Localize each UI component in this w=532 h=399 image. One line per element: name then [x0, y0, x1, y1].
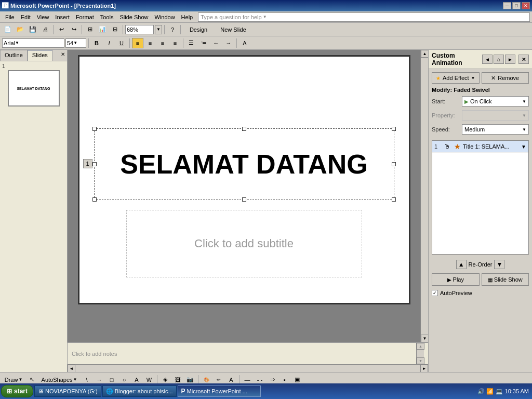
align-left-button[interactable]: ≡ — [132, 38, 143, 48]
reorder-down-button[interactable]: ▼ — [494, 260, 504, 269]
slide-thumbnail-text: SELAMAT DATANG — [17, 87, 50, 90]
align-center-button[interactable]: ≡ — [144, 38, 156, 48]
hscroll-left[interactable]: ◄ — [68, 365, 75, 372]
font-dropdown[interactable]: ▼ — [15, 41, 19, 45]
menu-view[interactable]: View — [34, 13, 52, 21]
add-effect-button[interactable]: ★ Add Effect ▼ — [432, 72, 480, 84]
speed-dropdown-arrow[interactable]: ▼ — [522, 127, 526, 132]
panel-close-button[interactable]: ✕ — [59, 50, 67, 61]
notes-scroll-down[interactable]: ▼ — [417, 357, 424, 364]
menu-tools[interactable]: Tools — [97, 13, 117, 21]
draw-dropdown-arrow[interactable]: ▼ — [18, 377, 22, 382]
property-selector[interactable]: ▼ — [462, 110, 529, 121]
menu-format[interactable]: Format — [73, 13, 97, 21]
table-border-button[interactable]: ⊟ — [109, 24, 121, 35]
taskbar-powerpoint[interactable]: P Microsoft PowerPoint ... — [178, 385, 261, 397]
slide-area: 1 SELAMAT DATANG Click to add subtitle — [68, 50, 420, 342]
new-slide-button[interactable]: New Slide — [215, 24, 251, 35]
insert-chart-button[interactable]: 📊 — [97, 24, 108, 35]
open-button[interactable]: 📂 — [15, 24, 26, 35]
tab-slides[interactable]: Slides — [28, 50, 52, 61]
notes-area[interactable]: Click to add notes ▲ ▼ — [68, 342, 428, 364]
close-button[interactable]: ✕ — [522, 2, 530, 9]
font-size-dropdown[interactable]: ▼ — [73, 41, 77, 45]
taskbar-noviapoenya[interactable]: 🖥 NOVIAPOENYA (G:) — [34, 385, 101, 397]
start-button[interactable]: ⊞ start — [1, 385, 33, 397]
slide-title: SELAMAT DATANG — [120, 149, 368, 180]
underline-button[interactable]: U — [116, 38, 127, 48]
animation-panel-header: Custom Animation ◄ ⌂ ► ✕ — [429, 50, 532, 69]
increase-indent-button[interactable]: → — [223, 38, 234, 48]
insert-table-button[interactable]: ⊞ — [84, 24, 96, 35]
taskbar-right: 🔊 📶 💻 10:35 AM — [477, 388, 531, 395]
italic-button[interactable]: I — [103, 38, 115, 48]
menu-edit[interactable]: Edit — [18, 13, 34, 21]
menu-file[interactable]: File — [2, 13, 18, 21]
help-search-box[interactable]: Type a question for help ▼ — [198, 12, 530, 22]
handle-tl — [92, 127, 97, 131]
align-right-button[interactable]: ≡ — [157, 38, 168, 48]
zoom-dropdown[interactable]: ▼ — [155, 25, 162, 34]
notes-scrollbar[interactable]: ▲ ▼ — [416, 343, 424, 364]
anim-close-button[interactable]: ✕ — [518, 55, 529, 64]
print-button[interactable]: 🖨 — [39, 24, 51, 35]
save-button[interactable]: 💾 — [27, 24, 38, 35]
scroll-down-button[interactable]: ▼ — [421, 335, 428, 342]
anim-home-button[interactable]: ⌂ — [494, 55, 504, 64]
scroll-up-button[interactable]: ▲ — [421, 50, 428, 58]
property-dropdown-arrow[interactable]: ▼ — [522, 113, 526, 118]
slide-show-button[interactable]: ▦ Slide Show — [482, 273, 529, 286]
font-selector[interactable]: Arial ▼ — [2, 38, 64, 48]
speed-selector[interactable]: Medium ▼ — [462, 124, 529, 135]
tab-outline[interactable]: Outline — [0, 50, 28, 61]
help-button[interactable]: ? — [167, 24, 178, 35]
font-size-selector[interactable]: 54 ▼ — [65, 38, 86, 48]
bold-button[interactable]: B — [91, 38, 102, 48]
horizontal-scrollbar[interactable]: ◄ ► — [68, 364, 428, 372]
design-button[interactable]: Design — [183, 24, 214, 35]
start-selector[interactable]: ▶ On Click ▼ — [462, 96, 529, 107]
notes-scroll-up[interactable]: ▲ — [417, 343, 424, 350]
slide-thumbnail[interactable]: SELAMAT DATANG — [8, 70, 60, 107]
menu-slideshow[interactable]: Slide Show — [116, 13, 151, 21]
anim-forward-button[interactable]: ► — [505, 55, 515, 64]
help-dropdown-arrow[interactable]: ▼ — [263, 15, 267, 19]
menu-window[interactable]: Window — [151, 13, 178, 21]
animation-marker: 1 — [83, 159, 92, 168]
redo-button[interactable]: ↪ — [68, 24, 79, 35]
menu-insert[interactable]: Insert — [52, 13, 73, 21]
scroll-thumb[interactable] — [421, 58, 428, 335]
remove-button[interactable]: ✕ Remove — [482, 72, 529, 84]
taskbar-noviapoenya-icon: 🖥 — [38, 388, 44, 394]
taskbar-blogger[interactable]: 🌐 Blogger: about phisic... — [102, 385, 177, 397]
play-button[interactable]: ▶ Play — [432, 273, 480, 286]
new-button[interactable]: 📄 — [2, 24, 14, 35]
start-dropdown-arrow[interactable]: ▼ — [522, 99, 526, 104]
slide-area-wrapper: 1 SELAMAT DATANG Click to add subtitle ▲… — [68, 50, 428, 372]
autoshapes-dropdown-arrow[interactable]: ▼ — [73, 377, 77, 382]
numbered-list-button[interactable]: ≔ — [198, 38, 209, 48]
minimize-button[interactable]: ─ — [503, 2, 511, 9]
restore-button[interactable]: □ — [512, 2, 521, 9]
undo-button[interactable]: ↩ — [56, 24, 67, 35]
hscroll-right[interactable]: ► — [420, 365, 428, 372]
anim-back-button[interactable]: ◄ — [482, 55, 493, 64]
reorder-up-button[interactable]: ▲ — [456, 260, 467, 269]
vertical-scrollbar[interactable]: ▲ ▼ — [420, 50, 428, 342]
slide-subtitle-box[interactable]: Click to add subtitle — [126, 210, 362, 277]
justify-button[interactable]: ≡ — [169, 38, 181, 48]
hscroll-track[interactable] — [75, 365, 420, 372]
bullet-list-button[interactable]: ☰ — [185, 38, 197, 48]
add-effect-dropdown[interactable]: ▼ — [471, 76, 475, 81]
handle-bl — [92, 197, 97, 202]
anim-item-expand[interactable]: ▼ — [521, 144, 526, 150]
help-search-placeholder: Type a question for help — [201, 14, 261, 20]
auto-preview-checkbox[interactable]: ✓ — [432, 290, 438, 296]
font-name: Arial — [4, 40, 15, 46]
decrease-indent-button[interactable]: ← — [210, 38, 222, 48]
font-color-button[interactable]: A — [239, 38, 250, 48]
slide-canvas[interactable]: 1 SELAMAT DATANG Click to add subtitle — [78, 55, 410, 304]
slide-title-box[interactable]: 1 SELAMAT DATANG — [94, 128, 394, 200]
animation-list-item[interactable]: 1 🖱 ★ Title 1: SELAMA... ▼ — [432, 141, 528, 153]
menu-help[interactable]: Help — [178, 13, 196, 21]
